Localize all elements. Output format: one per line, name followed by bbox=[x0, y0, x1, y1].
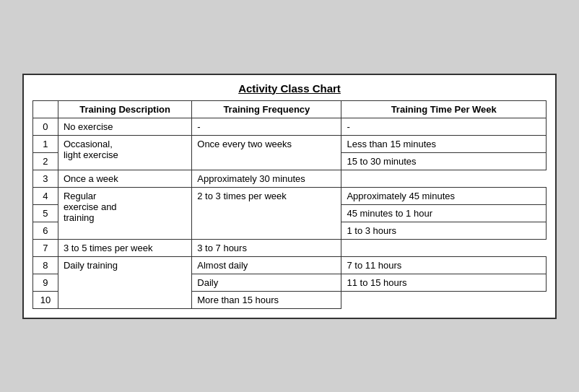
chart-title: Activity Class Chart bbox=[32, 82, 547, 95]
cell-time: 11 to 15 hours bbox=[341, 274, 547, 291]
cell-time: 1 to 3 hours bbox=[341, 222, 547, 239]
cell-num: 7 bbox=[33, 239, 58, 256]
cell-time: Approximately 30 minutes bbox=[192, 170, 341, 187]
chart-container: Activity Class Chart Training Descriptio… bbox=[22, 74, 557, 319]
cell-frequency: 2 to 3 times per week bbox=[192, 187, 341, 239]
cell-description: Regular exercise and training bbox=[58, 187, 191, 239]
cell-num: 10 bbox=[33, 291, 58, 308]
cell-num: 0 bbox=[33, 118, 58, 135]
table-row: 73 to 5 times per week3 to 7 hours bbox=[33, 239, 547, 256]
activity-table: Training Description Training Frequency … bbox=[32, 100, 547, 309]
cell-num: 1 bbox=[33, 135, 58, 152]
cell-num: 4 bbox=[33, 187, 58, 204]
cell-frequency: - bbox=[192, 118, 341, 135]
table-row: 0No exercise-- bbox=[33, 118, 547, 135]
header-frequency: Training Frequency bbox=[192, 100, 341, 118]
cell-time: 3 to 7 hours bbox=[192, 239, 341, 256]
cell-num: 5 bbox=[33, 204, 58, 222]
cell-time: 15 to 30 minutes bbox=[341, 152, 547, 170]
cell-time: 7 to 11 hours bbox=[341, 256, 547, 274]
cell-time: 45 minutes to 1 hour bbox=[341, 204, 547, 222]
cell-time: - bbox=[341, 118, 547, 135]
cell-frequency: 3 to 5 times per week bbox=[58, 239, 191, 256]
cell-time: Approximately 45 minutes bbox=[341, 187, 547, 204]
cell-num: 3 bbox=[33, 170, 58, 187]
header-time: Training Time Per Week bbox=[341, 100, 547, 118]
cell-description: No exercise bbox=[58, 118, 191, 135]
table-row: 3Once a weekApproximately 30 minutes bbox=[33, 170, 547, 187]
cell-time: More than 15 hours bbox=[192, 291, 341, 308]
cell-num: 2 bbox=[33, 152, 58, 170]
cell-num: 8 bbox=[33, 256, 58, 274]
table-row: 1Occasional, light exerciseOnce every tw… bbox=[33, 135, 547, 152]
header-description: Training Description bbox=[58, 100, 191, 118]
cell-frequency: Almost daily bbox=[192, 256, 341, 274]
cell-frequency: Once every two weeks bbox=[192, 135, 341, 170]
cell-num: 6 bbox=[33, 222, 58, 239]
cell-frequency: Daily bbox=[192, 274, 341, 291]
header-num bbox=[33, 100, 58, 118]
cell-description: Occasional, light exercise bbox=[58, 135, 191, 170]
cell-description: Daily training bbox=[58, 256, 191, 308]
table-row: 4Regular exercise and training2 to 3 tim… bbox=[33, 187, 547, 204]
cell-time: Less than 15 minutes bbox=[341, 135, 547, 152]
cell-frequency: Once a week bbox=[58, 170, 191, 187]
table-row: 8Daily trainingAlmost daily7 to 11 hours bbox=[33, 256, 547, 274]
cell-num: 9 bbox=[33, 274, 58, 291]
